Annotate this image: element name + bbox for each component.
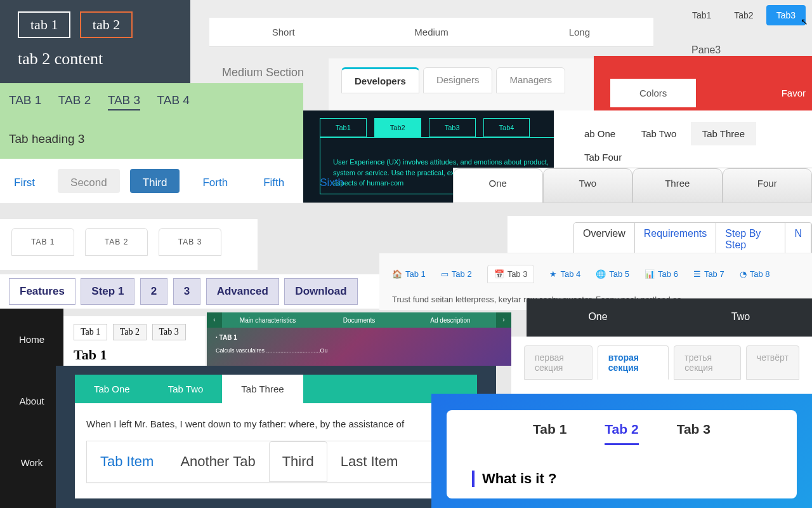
- tab-5[interactable]: 🌐Tab 5: [596, 269, 629, 279]
- tab-one[interactable]: ab One: [573, 122, 627, 145]
- tab-favor[interactable]: Favor: [782, 79, 812, 98]
- blue-active-tabs: Tab1 Tab2 Tab3 Pane3 ↖: [672, 0, 812, 57]
- tab-1[interactable]: Tab 1: [74, 324, 107, 340]
- tab-1[interactable]: TAB 1: [11, 228, 74, 256]
- tab-2[interactable]: TAB 2: [58, 93, 91, 107]
- tab-4[interactable]: Tab4: [483, 118, 530, 137]
- teal-tabs-panel: Tab One Tab Two Tab Three When I left Mr…: [56, 366, 496, 508]
- tab-one[interactable]: Tab One: [75, 375, 149, 403]
- tab-2[interactable]: ▭Tab 2: [441, 269, 472, 279]
- tab-3[interactable]: Tab3: [429, 118, 476, 137]
- tab-3[interactable]: TAB 3: [108, 93, 140, 110]
- tab-two[interactable]: Tab Two: [630, 122, 688, 145]
- tab-heading: Tab heading 3: [9, 132, 294, 146]
- inner-tabs: Tab Item Another Tab Third Last Item: [86, 441, 466, 483]
- inner-tab-another[interactable]: Another Tab: [167, 441, 268, 482]
- ordinal-tabs-panel: First Second Third Forth Fifth Sixth: [0, 159, 303, 203]
- roles-tabs-panel: Developers Designers Managers: [329, 58, 594, 113]
- tab-documents[interactable]: Documents: [313, 317, 405, 324]
- tab-4[interactable]: TAB 4: [157, 93, 190, 107]
- inner-tab-last[interactable]: Last Item: [327, 441, 411, 482]
- tab-3[interactable]: 📅Tab 3: [487, 265, 535, 283]
- tab-1[interactable]: tab 1: [18, 11, 70, 38]
- tab-managers[interactable]: Managers: [496, 67, 565, 93]
- wizard-tabs-panel: Features Step 1 2 3 Advanced Download: [0, 274, 379, 309]
- tab-section-4[interactable]: четвёрт: [746, 345, 799, 380]
- tab-main[interactable]: Main characteristics: [222, 317, 313, 324]
- tab-fifth[interactable]: Fifth: [251, 169, 297, 193]
- tab-2[interactable]: TAB 2: [85, 228, 148, 256]
- tab-two[interactable]: Two: [543, 168, 633, 203]
- tab-4[interactable]: ★Tab 4: [549, 269, 580, 279]
- tab-three[interactable]: Tab Three: [691, 122, 756, 145]
- prev-arrow-icon[interactable]: ‹: [207, 312, 222, 328]
- tab-6[interactable]: 📊Tab 6: [645, 269, 678, 279]
- tab-1[interactable]: Tab1: [682, 5, 721, 25]
- tab-third[interactable]: Third: [130, 169, 180, 193]
- tab-1[interactable]: Tab1: [320, 118, 367, 137]
- tab-first[interactable]: First: [1, 169, 48, 193]
- green-tabs-panel: TAB 1 TAB 2 TAB 3 TAB 4 Tab heading 3: [0, 83, 303, 159]
- tab-step-by-step[interactable]: Step By Step: [716, 223, 785, 256]
- tab-7[interactable]: ☰Tab 7: [693, 269, 724, 279]
- tab-step-1[interactable]: Step 1: [81, 278, 134, 305]
- tab-long[interactable]: Long: [506, 18, 653, 47]
- tab-features[interactable]: Features: [9, 278, 75, 305]
- tab-step-3[interactable]: 3: [173, 278, 200, 305]
- inner-tab-item[interactable]: Tab Item: [87, 441, 167, 482]
- tab-sixth[interactable]: Sixth: [307, 169, 357, 193]
- tab-2[interactable]: tab 2: [80, 11, 133, 38]
- nav-about[interactable]: About: [0, 370, 63, 432]
- tab-step-2[interactable]: 2: [140, 278, 167, 305]
- tab-2[interactable]: Tab2: [374, 118, 421, 137]
- tab-download[interactable]: Download: [284, 278, 357, 305]
- next-arrow-icon[interactable]: ›: [496, 312, 511, 328]
- tab-8[interactable]: ◔Tab 8: [740, 269, 770, 279]
- tab-3[interactable]: Tab 3: [152, 324, 186, 340]
- tab-requirements[interactable]: Requirements: [635, 223, 717, 256]
- tab-2[interactable]: Tab2: [724, 5, 763, 25]
- tab-colors[interactable]: Colors: [610, 79, 696, 107]
- tab-three[interactable]: Tab Three: [222, 375, 303, 403]
- tab-heading: Tab 1: [74, 347, 195, 363]
- tab-developers[interactable]: Developers: [341, 67, 419, 93]
- tab-section-1[interactable]: первая секция: [524, 345, 593, 380]
- tab-one[interactable]: One: [527, 298, 669, 337]
- tab-two[interactable]: Tab Two: [149, 375, 223, 403]
- tab-section-2[interactable]: вторая секция: [598, 345, 669, 380]
- tab-3[interactable]: Tab 3: [677, 422, 710, 445]
- vertical-nav: Home About Work: [0, 309, 63, 508]
- tab-section-3[interactable]: третья секция: [674, 345, 740, 380]
- tab-1[interactable]: TAB 1: [9, 93, 41, 107]
- tab-3[interactable]: TAB 3: [159, 228, 221, 256]
- tab-two[interactable]: Two: [669, 298, 812, 337]
- tab-short[interactable]: Short: [209, 18, 357, 47]
- tab-medium[interactable]: Medium: [357, 18, 505, 47]
- tab-3[interactable]: Tab3: [766, 5, 806, 25]
- nav-home[interactable]: Home: [0, 309, 63, 370]
- tab-four[interactable]: Tab Four: [573, 145, 633, 169]
- tab-one[interactable]: One: [453, 168, 543, 203]
- steps-tabs-panel: Overview Requirements Step By Step N: [508, 216, 812, 254]
- rounded-tabs-panel: One Two Three Four: [453, 168, 812, 203]
- calendar-icon: 📅: [494, 269, 504, 279]
- inner-tab-third[interactable]: Third: [269, 441, 327, 482]
- tab-1[interactable]: 🏠Tab 1: [392, 269, 426, 279]
- tab-second[interactable]: Second: [58, 169, 120, 193]
- russian-tabs-panel: первая секция вторая секция третья секци…: [511, 337, 812, 394]
- tab-ad[interactable]: Ad description: [405, 317, 496, 324]
- nav-work[interactable]: Work: [0, 432, 63, 493]
- tab-overview[interactable]: Overview: [574, 223, 635, 256]
- tab-forth[interactable]: Forth: [190, 169, 240, 193]
- window-icon: ▭: [441, 269, 449, 279]
- tab-1[interactable]: Tab 1: [533, 422, 566, 445]
- tab-designers[interactable]: Designers: [423, 67, 493, 93]
- globe-icon: 🌐: [596, 269, 606, 279]
- tab-four[interactable]: Four: [723, 168, 813, 203]
- tab-advanced[interactable]: Advanced: [206, 278, 279, 305]
- tab-2[interactable]: Tab 2: [605, 422, 638, 445]
- tab-n[interactable]: N: [785, 223, 811, 256]
- tab-2[interactable]: Tab 2: [113, 324, 147, 340]
- serif-tabs-panel: Tab 1 Tab 2 Tab 3 Tab 1: [63, 316, 206, 366]
- tab-three[interactable]: Three: [632, 168, 723, 203]
